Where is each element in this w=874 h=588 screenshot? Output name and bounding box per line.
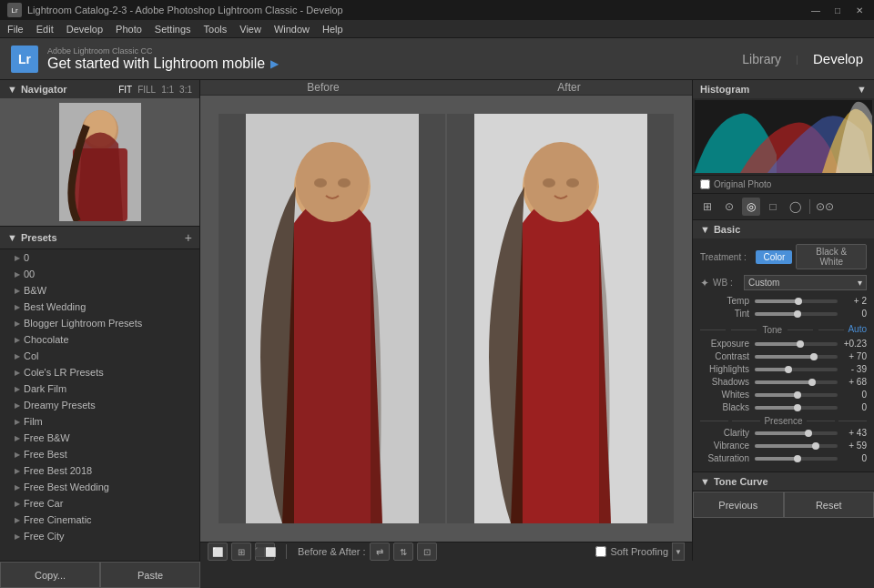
contrast-thumb[interactable] xyxy=(810,353,818,360)
paste-button[interactable]: Paste xyxy=(100,562,200,588)
loupe-view-button[interactable]: ⬜ xyxy=(208,542,228,561)
shadows-slider[interactable] xyxy=(755,380,838,384)
compare-view-button[interactable]: ⬛⬜ xyxy=(255,542,275,561)
preset-item[interactable]: ▶Free Best 2018 xyxy=(0,462,199,479)
zoom-fit[interactable]: FIT xyxy=(118,85,132,95)
healing-tool-icon[interactable]: ◎ xyxy=(742,198,760,216)
temp-slider[interactable] xyxy=(755,299,838,303)
add-preset-button[interactable]: + xyxy=(185,230,192,245)
tone-curve-header[interactable]: ▼ Tone Curve xyxy=(693,472,874,491)
clarity-thumb[interactable] xyxy=(805,430,812,437)
gradient-tool-icon[interactable]: ◯ xyxy=(786,198,804,216)
highlights-label: Highlights xyxy=(700,364,755,374)
presets-header[interactable]: ▼ Presets + xyxy=(0,227,199,249)
after-label: After xyxy=(446,81,692,94)
highlights-slider[interactable] xyxy=(755,368,838,371)
soft-proofing-checkbox[interactable] xyxy=(595,546,606,557)
tint-slider[interactable] xyxy=(755,312,838,316)
crop-tool-icon[interactable]: ⊙ xyxy=(720,198,738,216)
blacks-thumb[interactable] xyxy=(794,404,801,411)
temp-thumb[interactable] xyxy=(795,298,802,305)
preset-item[interactable]: ▶Dreamy Presets xyxy=(0,397,199,413)
menu-tools[interactable]: Tools xyxy=(204,24,228,35)
eyedropper-icon[interactable]: ✦ xyxy=(700,277,709,289)
wb-dropdown[interactable]: Custom ▾ xyxy=(744,275,867,290)
menu-help[interactable]: Help xyxy=(322,24,343,35)
previous-button[interactable]: Previous xyxy=(693,492,784,518)
preset-item[interactable]: ▶Chocolate xyxy=(0,331,199,348)
grid-tool-icon[interactable]: ⊞ xyxy=(698,198,716,216)
preset-item[interactable]: ▶0 xyxy=(0,249,199,266)
preset-item[interactable]: ▶B&W xyxy=(0,282,199,299)
swap-before-after-button[interactable]: ⇄ xyxy=(370,542,390,561)
exposure-slider[interactable] xyxy=(755,342,838,346)
module-nav: Library | Develop xyxy=(742,51,863,66)
tone-auto-button[interactable]: Auto xyxy=(848,324,867,334)
histogram-header[interactable]: Histogram ▼ xyxy=(693,80,874,98)
preset-item[interactable]: ▶Blogger Lightroom Presets xyxy=(0,315,199,331)
tint-thumb[interactable] xyxy=(794,310,801,318)
window-title: Lightroom Catalog-2-3 - Adobe Photoshop … xyxy=(27,5,808,15)
menu-window[interactable]: Window xyxy=(274,24,310,35)
zoom-3to1[interactable]: 3:1 xyxy=(179,85,192,95)
preset-item[interactable]: ▶Film xyxy=(0,413,199,430)
contrast-slider[interactable] xyxy=(755,355,838,359)
preset-item[interactable]: ▶Free Best Wedding xyxy=(0,479,199,495)
preset-item[interactable]: ▶Best Wedding xyxy=(0,299,199,315)
shadows-thumb[interactable] xyxy=(808,379,816,386)
preset-item[interactable]: ▶Cole's LR Presets xyxy=(0,364,199,380)
blacks-slider[interactable] xyxy=(755,406,838,410)
library-link[interactable]: Library xyxy=(742,52,781,66)
redeye-tool-icon[interactable]: □ xyxy=(764,198,782,216)
highlights-thumb[interactable] xyxy=(785,366,792,373)
basic-section-title: ▼ Basic xyxy=(700,224,740,235)
preset-item[interactable]: ▶Dark Film xyxy=(0,380,199,397)
whites-thumb[interactable] xyxy=(794,391,801,399)
reset-button[interactable]: Reset xyxy=(784,492,875,518)
basic-section-header[interactable]: ▼ Basic xyxy=(693,220,874,238)
tone-curve-title: ▼ Tone Curve xyxy=(700,476,768,487)
preset-item[interactable]: ▶Free Car xyxy=(0,495,199,512)
saturation-slider-row: Saturation 0 xyxy=(700,453,867,463)
color-treatment-button[interactable]: Color xyxy=(756,250,792,264)
preset-item[interactable]: ▶Free Best xyxy=(0,446,199,462)
develop-link[interactable]: Develop xyxy=(813,51,863,66)
settings-tool-icon[interactable]: ⊙⊙ xyxy=(816,198,834,216)
menu-develop[interactable]: Develop xyxy=(66,24,103,35)
original-photo-checkbox[interactable] xyxy=(700,179,710,189)
preset-item[interactable]: ▶Free Cinematic xyxy=(0,512,199,528)
window-controls[interactable]: — □ ✕ xyxy=(808,3,867,17)
copy-button[interactable]: Copy... xyxy=(0,562,100,588)
exposure-thumb[interactable] xyxy=(797,340,804,348)
navigator-preview xyxy=(0,98,199,226)
preset-item[interactable]: ▶Col xyxy=(0,348,199,364)
minimize-button[interactable]: — xyxy=(808,3,823,17)
copy-settings-button[interactable]: ⇅ xyxy=(393,542,413,561)
zoom-fill[interactable]: FILL xyxy=(137,85,156,95)
soft-proofing-dropdown[interactable]: ▼ xyxy=(672,542,685,561)
navigator-header[interactable]: ▼ Navigator FIT FILL 1:1 3:1 xyxy=(0,80,199,98)
bw-treatment-button[interactable]: Black & White xyxy=(796,244,867,269)
before-after-layout-button[interactable]: ⊡ xyxy=(417,542,437,561)
blacks-fill xyxy=(755,406,797,410)
menu-view[interactable]: View xyxy=(239,24,261,35)
preset-item[interactable]: ▶Free B&W xyxy=(0,430,199,446)
preset-item[interactable]: ▶Free City xyxy=(0,528,199,544)
menu-file[interactable]: File xyxy=(7,24,24,35)
menu-settings[interactable]: Settings xyxy=(155,24,191,35)
banner-arrow[interactable]: ▶ xyxy=(270,57,279,70)
menu-edit[interactable]: Edit xyxy=(36,24,54,35)
maximize-button[interactable]: □ xyxy=(830,3,845,17)
menu-photo[interactable]: Photo xyxy=(116,24,142,35)
vibrance-thumb[interactable] xyxy=(812,442,819,450)
clarity-slider[interactable] xyxy=(755,431,838,435)
grid-view-button[interactable]: ⊞ xyxy=(231,542,251,561)
close-button[interactable]: ✕ xyxy=(852,3,867,17)
saturation-slider[interactable] xyxy=(755,457,838,461)
whites-slider[interactable] xyxy=(755,393,838,397)
vibrance-slider[interactable] xyxy=(755,444,838,448)
histogram-panel: Histogram ▼ xyxy=(693,80,874,176)
preset-item[interactable]: ▶00 xyxy=(0,266,199,282)
saturation-thumb[interactable] xyxy=(794,455,801,462)
zoom-1to1[interactable]: 1:1 xyxy=(161,85,174,95)
